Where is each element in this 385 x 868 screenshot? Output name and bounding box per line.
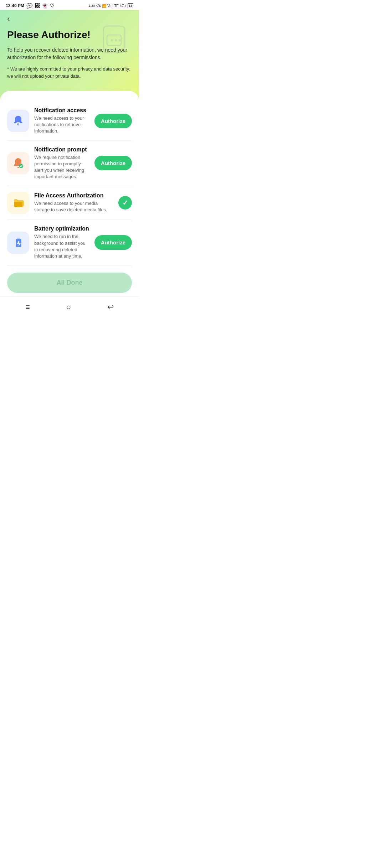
bottom-nav: ≡ ○ ↩	[0, 296, 139, 317]
battery-bolt-icon	[12, 236, 25, 249]
notification-prompt-authorize-button[interactable]: Authorize	[94, 156, 132, 170]
svg-point-7	[18, 123, 19, 124]
notification-access-icon-wrap	[7, 110, 29, 132]
signal-icon: Vo LTE 4G+	[107, 4, 127, 8]
file-access-authorized-check	[118, 196, 132, 210]
gallery-icon: 🖼	[35, 3, 40, 9]
notification-access-authorize-button[interactable]: Authorize	[94, 114, 132, 128]
status-right-icons: 1.30 K/S 📶 Vo LTE 4G+ 34	[88, 3, 133, 8]
bell-check-icon	[12, 157, 25, 170]
svg-point-2	[111, 39, 113, 41]
status-time: 12:40 PM 💬 🖼 👻 ♡	[6, 3, 55, 9]
folder-icon	[12, 196, 25, 209]
snapchat-icon: 👻	[42, 3, 48, 9]
file-access-text: File Access Authorization We need access…	[34, 192, 113, 213]
bell-eye-icon	[12, 114, 25, 127]
permission-item-file-access: File Access Authorization We need access…	[0, 186, 139, 219]
battery-title: Battery optimization	[34, 226, 89, 232]
network-speed: 1.30 K/S	[88, 4, 101, 7]
menu-nav-button[interactable]: ≡	[25, 303, 30, 312]
time-display: 12:40 PM	[6, 3, 24, 8]
permission-item-notification-prompt: Notification prompt We require notificat…	[0, 141, 139, 186]
privacy-note: * We are highly committed to your privac…	[7, 66, 132, 79]
wifi-icon: 📶	[102, 4, 106, 8]
file-access-icon-wrap	[7, 192, 29, 214]
permission-item-battery: Battery optimization We need to run in t…	[0, 220, 139, 265]
svg-point-4	[119, 39, 121, 41]
notification-access-desc: We need access to your notifications to …	[34, 115, 89, 135]
header-decoration	[100, 24, 132, 56]
battery-indicator: 34	[128, 3, 133, 8]
battery-desc: We need to run in the background to assi…	[34, 233, 89, 259]
battery-icon-wrap	[7, 232, 29, 254]
permission-item-notification-access: Notification access We need access to yo…	[0, 102, 139, 140]
svg-point-3	[115, 39, 117, 41]
notification-access-text: Notification access We need access to yo…	[34, 107, 89, 135]
back-nav-button[interactable]: ↩	[107, 303, 114, 312]
svg-rect-10	[17, 238, 20, 239]
battery-text: Battery optimization We need to run in t…	[34, 226, 89, 259]
header-area: ‹ Please Authorize! To help you recover …	[0, 10, 139, 101]
notification-access-title: Notification access	[34, 107, 89, 114]
notification-prompt-icon-wrap	[7, 152, 29, 174]
notification-prompt-title: Notification prompt	[34, 146, 89, 153]
file-access-desc: We need access to your media storage to …	[34, 200, 113, 213]
content-area: Notification access We need access to yo…	[0, 91, 139, 296]
back-button[interactable]: ‹	[7, 14, 10, 24]
whatsapp-icon: 💬	[26, 3, 32, 9]
battery-authorize-button[interactable]: Authorize	[94, 235, 132, 250]
bottom-area: All Done	[0, 265, 139, 296]
status-bar: 12:40 PM 💬 🖼 👻 ♡ 1.30 K/S 📶 Vo LTE 4G+ 3…	[0, 0, 139, 10]
file-access-title: File Access Authorization	[34, 192, 113, 199]
heart-icon: ♡	[50, 3, 55, 9]
all-done-button[interactable]: All Done	[7, 273, 132, 293]
notification-prompt-desc: We require notification permission to pr…	[34, 154, 89, 180]
notification-prompt-text: Notification prompt We require notificat…	[34, 146, 89, 180]
home-nav-button[interactable]: ○	[66, 303, 71, 312]
